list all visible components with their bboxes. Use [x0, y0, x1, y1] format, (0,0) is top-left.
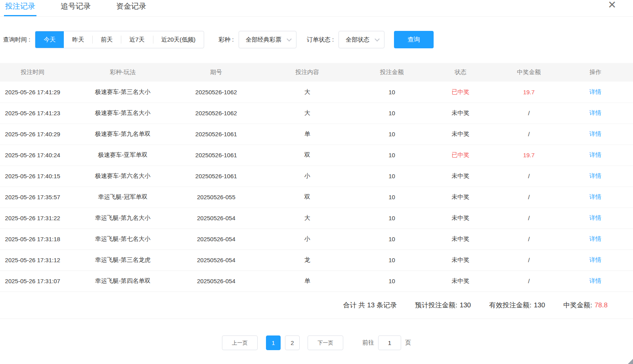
- cell-prize: 19.7: [500, 145, 558, 166]
- lottery-filter-label: 彩种 :: [218, 36, 233, 44]
- records-table-body: 2025-05-26 17:41:29极速赛车-第三名大小20250526-10…: [0, 82, 633, 292]
- cell-time: 2025-05-26 17:40:29: [0, 124, 65, 145]
- query-button[interactable]: 查询: [394, 31, 434, 48]
- summary-valid-value: 130: [534, 301, 545, 309]
- summary-prize-value: 78.8: [595, 301, 608, 309]
- table-row: 2025-05-26 17:31:22幸运飞艇-第九名大小20250526-05…: [0, 208, 633, 229]
- time-option-2[interactable]: 前天: [92, 31, 121, 48]
- cell-game: 幸运飞艇-第四名单双: [65, 271, 180, 292]
- order-status-select-value: 全部状态: [346, 36, 369, 44]
- detail-link[interactable]: 详情: [589, 256, 601, 263]
- col-bet-content: 投注内容: [252, 63, 363, 82]
- cell-time: 2025-05-26 17:41:23: [0, 103, 65, 124]
- close-icon[interactable]: ✕: [608, 0, 616, 11]
- cell-action: 详情: [558, 166, 633, 187]
- cell-prize: /: [500, 229, 558, 250]
- cell-time: 2025-05-26 17:31:12: [0, 250, 65, 271]
- summary-expected-amount: 预计投注金额:130: [415, 301, 471, 310]
- cell-issue: 20250526-054: [180, 229, 252, 250]
- cell-time: 2025-05-26 17:40:24: [0, 145, 65, 166]
- detail-link[interactable]: 详情: [589, 193, 601, 200]
- lottery-select[interactable]: 全部经典彩票: [239, 31, 296, 48]
- cell-issue: 20250526-1061: [180, 166, 252, 187]
- cell-issue: 20250526-1061: [180, 124, 252, 145]
- cell-prize: /: [500, 271, 558, 292]
- cell-action: 详情: [558, 145, 633, 166]
- filter-bar: 查询时间 : 今天昨天前天近7天近20天(低频) 彩种 : 全部经典彩票 订单状…: [3, 31, 633, 48]
- col-action: 操作: [558, 63, 633, 82]
- summary-total-records: 合计 共 13 条记录: [343, 301, 397, 310]
- table-row: 2025-05-26 17:40:29极速赛车-第九名单双20250526-10…: [0, 124, 633, 145]
- cell-content: 龙: [252, 250, 363, 271]
- cell-amount: 10: [363, 271, 421, 292]
- table-header-row: 投注时间 彩种-玩法 期号 投注内容 投注金额 状态 中奖金额 操作: [0, 63, 633, 82]
- table-row: 2025-05-26 17:41:29极速赛车-第三名大小20250526-10…: [0, 82, 633, 103]
- cell-amount: 10: [363, 250, 421, 271]
- page-number-2[interactable]: 2: [285, 335, 300, 350]
- next-page-button[interactable]: 下一页: [308, 335, 343, 350]
- order-status-select[interactable]: 全部状态: [338, 31, 384, 48]
- cell-game: 幸运飞艇-第三名龙虎: [65, 250, 180, 271]
- page-number-1[interactable]: 1: [266, 335, 281, 350]
- tab-0[interactable]: 投注记录: [4, 1, 36, 16]
- detail-link[interactable]: 详情: [589, 151, 601, 158]
- detail-link[interactable]: 详情: [589, 277, 601, 284]
- cell-game: 极速赛车-第五名大小: [65, 103, 180, 124]
- detail-link[interactable]: 详情: [589, 109, 601, 116]
- tab-2[interactable]: 资金记录: [115, 1, 147, 16]
- time-filter-label: 查询时间 :: [3, 36, 30, 44]
- cell-prize: /: [500, 166, 558, 187]
- summary-expected-label: 预计投注金额:: [415, 301, 457, 309]
- cell-time: 2025-05-26 17:31:22: [0, 208, 65, 229]
- cell-issue: 20250526-054: [180, 271, 252, 292]
- lottery-select-value: 全部经典彩票: [246, 36, 281, 44]
- cell-status: 未中奖: [421, 229, 500, 250]
- col-bet-time: 投注时间: [0, 63, 65, 82]
- cell-issue: 20250526-1062: [180, 82, 252, 103]
- cell-status: 未中奖: [421, 187, 500, 208]
- cell-content: 双: [252, 187, 363, 208]
- cell-prize: /: [500, 250, 558, 271]
- cell-prize: /: [500, 103, 558, 124]
- time-option-4[interactable]: 近20天(低频): [153, 31, 204, 48]
- tab-1[interactable]: 追号记录: [59, 1, 92, 16]
- cell-issue: 20250526-055: [180, 187, 252, 208]
- col-issue: 期号: [180, 63, 252, 82]
- detail-link[interactable]: 详情: [589, 172, 601, 179]
- time-option-1[interactable]: 昨天: [64, 31, 92, 48]
- cell-time: 2025-05-26 17:41:29: [0, 82, 65, 103]
- cell-content: 单: [252, 271, 363, 292]
- cell-action: 详情: [558, 82, 633, 103]
- cell-amount: 10: [363, 103, 421, 124]
- time-option-0[interactable]: 今天: [35, 31, 64, 48]
- cell-game: 幸运飞艇-冠军单双: [65, 187, 180, 208]
- cell-game: 幸运飞艇-第九名大小: [65, 208, 180, 229]
- cell-prize: /: [500, 187, 558, 208]
- prev-page-button[interactable]: 上一页: [222, 335, 258, 350]
- cell-action: 详情: [558, 103, 633, 124]
- cell-prize: 19.7: [500, 82, 558, 103]
- cell-amount: 10: [363, 166, 421, 187]
- detail-link[interactable]: 详情: [589, 88, 601, 95]
- cell-prize: /: [500, 208, 558, 229]
- cell-content: 双: [252, 145, 363, 166]
- detail-link[interactable]: 详情: [589, 214, 601, 221]
- cell-amount: 10: [363, 229, 421, 250]
- goto-suffix: 页: [405, 339, 411, 347]
- detail-link[interactable]: 详情: [589, 130, 601, 137]
- cell-action: 详情: [558, 208, 633, 229]
- cell-status: 未中奖: [421, 124, 500, 145]
- goto-page: 前往 页: [362, 335, 411, 350]
- cell-content: 单: [252, 124, 363, 145]
- col-bet-amount: 投注金额: [363, 63, 421, 82]
- goto-page-input[interactable]: [378, 335, 401, 350]
- detail-link[interactable]: 详情: [589, 235, 601, 242]
- order-status-filter-label: 订单状态 :: [307, 36, 334, 44]
- time-range-group: 今天昨天前天近7天近20天(低频): [35, 31, 204, 48]
- cell-amount: 10: [363, 124, 421, 145]
- table-row: 2025-05-26 17:35:57幸运飞艇-冠军单双20250526-055…: [0, 187, 633, 208]
- cell-issue: 20250526-1062: [180, 103, 252, 124]
- time-option-3[interactable]: 近7天: [121, 31, 153, 48]
- cell-action: 详情: [558, 271, 633, 292]
- cell-status: 已中奖: [421, 145, 500, 166]
